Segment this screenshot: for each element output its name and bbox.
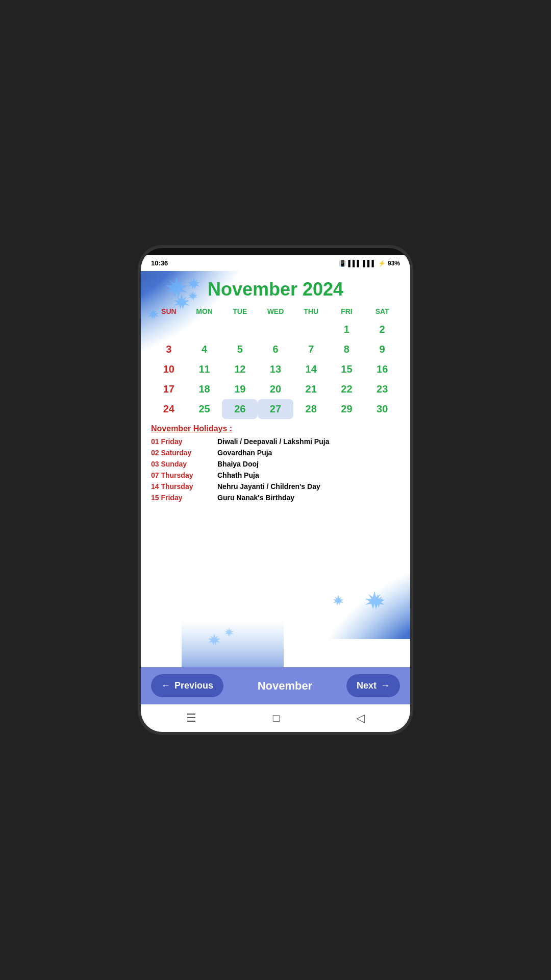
svg-rect-10 [182, 621, 284, 667]
calendar-area: November 2024 SUN MON TUE WED THU FRI SA… [141, 271, 410, 667]
day-8[interactable]: 8 [329, 339, 365, 359]
holiday-date-1: 01 Friday [151, 437, 217, 446]
holidays-section: November Holidays : 01 Friday Diwali / D… [141, 419, 410, 510]
day-27[interactable]: 27 [258, 399, 293, 419]
holiday-date-6: 15 Friday [151, 494, 217, 502]
day-11[interactable]: 11 [187, 359, 222, 379]
back-icon[interactable]: ◁ [356, 712, 365, 725]
day-13[interactable]: 13 [258, 359, 293, 379]
header-thu: THU [293, 305, 329, 317]
day-7[interactable]: 7 [293, 339, 329, 359]
header-wed: WED [258, 305, 293, 317]
day-24[interactable]: 24 [151, 399, 187, 419]
day-21[interactable]: 21 [293, 379, 329, 399]
home-icon[interactable]: □ [273, 712, 280, 725]
calendar-content: November 2024 SUN MON TUE WED THU FRI SA… [141, 271, 410, 419]
header-mon: MON [187, 305, 222, 317]
day-19[interactable]: 19 [222, 379, 258, 399]
holiday-name-3: Bhaiya Dooj [217, 460, 259, 468]
week-1: 1 2 [151, 320, 400, 339]
header-fri: FRI [329, 305, 365, 317]
day-17[interactable]: 17 [151, 379, 187, 399]
day-empty-2[interactable] [187, 320, 222, 339]
signal-icon: 📳 ▌▌▌ ▌▌▌ [339, 260, 376, 267]
day-14[interactable]: 14 [293, 359, 329, 379]
holiday-date-5: 14 Thursday [151, 482, 217, 491]
previous-label: Previous [174, 680, 213, 691]
day-5[interactable]: 5 [222, 339, 258, 359]
week-5: 24 25 26 27 28 29 30 [151, 399, 400, 419]
day-6[interactable]: 6 [258, 339, 293, 359]
previous-arrow-icon: ← [161, 680, 170, 691]
day-22[interactable]: 22 [329, 379, 365, 399]
status-bar: 10:36 📳 ▌▌▌ ▌▌▌ ⚡ 93% [141, 255, 410, 271]
day-empty-3[interactable] [222, 320, 258, 339]
holiday-name-5: Nehru Jayanti / Children's Day [217, 482, 320, 491]
day-25[interactable]: 25 [187, 399, 222, 419]
holiday-item-5: 14 Thursday Nehru Jayanti / Children's D… [151, 482, 400, 491]
time: 10:36 [151, 259, 168, 267]
week-3: 10 11 12 13 14 15 16 [151, 359, 400, 379]
bottom-nav: ☰ □ ◁ [141, 704, 410, 732]
next-button[interactable]: Next → [346, 674, 400, 697]
month-title: November 2024 [151, 279, 400, 300]
day-2[interactable]: 2 [364, 320, 400, 339]
day-30[interactable]: 30 [364, 399, 400, 419]
holiday-date-3: 03 Sunday [151, 460, 217, 468]
holiday-item-1: 01 Friday Diwali / Deepavali / Lakshmi P… [151, 437, 400, 446]
day-3[interactable]: 3 [151, 339, 187, 359]
day-12[interactable]: 12 [222, 359, 258, 379]
navigation-bar: ← Previous November Next → [141, 667, 410, 704]
day-10[interactable]: 10 [151, 359, 187, 379]
holiday-item-3: 03 Sunday Bhaiya Dooj [151, 460, 400, 468]
battery-percent: 93% [388, 260, 400, 267]
holidays-title: November Holidays : [151, 424, 400, 433]
day-9[interactable]: 9 [364, 339, 400, 359]
battery-icon: ⚡ [378, 260, 386, 267]
previous-button[interactable]: ← Previous [151, 674, 223, 697]
holiday-item-4: 07 Thursday Chhath Puja [151, 471, 400, 479]
header-sun: SUN [151, 305, 187, 317]
holiday-name-2: Govardhan Puja [217, 449, 272, 457]
day-headers: SUN MON TUE WED THU FRI SAT [151, 305, 400, 317]
holiday-name-1: Diwali / Deepavali / Lakshmi Puja [217, 437, 329, 446]
svg-point-6 [313, 557, 410, 639]
day-18[interactable]: 18 [187, 379, 222, 399]
holiday-item-6: 15 Friday Guru Nanak's Birthday [151, 494, 400, 502]
week-2: 3 4 5 6 7 8 9 [151, 339, 400, 359]
day-15[interactable]: 15 [329, 359, 365, 379]
day-29[interactable]: 29 [329, 399, 365, 419]
header-tue: TUE [222, 305, 258, 317]
holiday-name-6: Guru Nanak's Birthday [217, 494, 294, 502]
day-4[interactable]: 4 [187, 339, 222, 359]
menu-icon[interactable]: ☰ [186, 712, 196, 725]
day-20[interactable]: 20 [258, 379, 293, 399]
day-empty-4[interactable] [258, 320, 293, 339]
current-month-label: November [258, 679, 313, 693]
day-23[interactable]: 23 [364, 379, 400, 399]
holiday-item-2: 02 Saturday Govardhan Puja [151, 449, 400, 457]
calendar-grid: SUN MON TUE WED THU FRI SAT [151, 305, 400, 419]
day-16[interactable]: 16 [364, 359, 400, 379]
day-empty-1[interactable] [151, 320, 187, 339]
status-icons: 📳 ▌▌▌ ▌▌▌ ⚡ 93% [339, 260, 400, 267]
day-26[interactable]: 26 [222, 399, 258, 419]
day-empty-5[interactable] [293, 320, 329, 339]
day-1[interactable]: 1 [329, 320, 365, 339]
snowflake-bottom-right-decoration [313, 557, 410, 639]
screen-content: November 2024 SUN MON TUE WED THU FRI SA… [141, 271, 410, 732]
next-arrow-icon: → [381, 680, 390, 691]
week-4: 17 18 19 20 21 22 23 [151, 379, 400, 399]
holiday-date-4: 07 Thursday [151, 471, 217, 479]
day-28[interactable]: 28 [293, 399, 329, 419]
snowflake-bottom-center-decoration [182, 621, 284, 667]
next-label: Next [357, 680, 377, 691]
holiday-date-2: 02 Saturday [151, 449, 217, 457]
holiday-name-4: Chhath Puja [217, 471, 259, 479]
header-sat: SAT [364, 305, 400, 317]
